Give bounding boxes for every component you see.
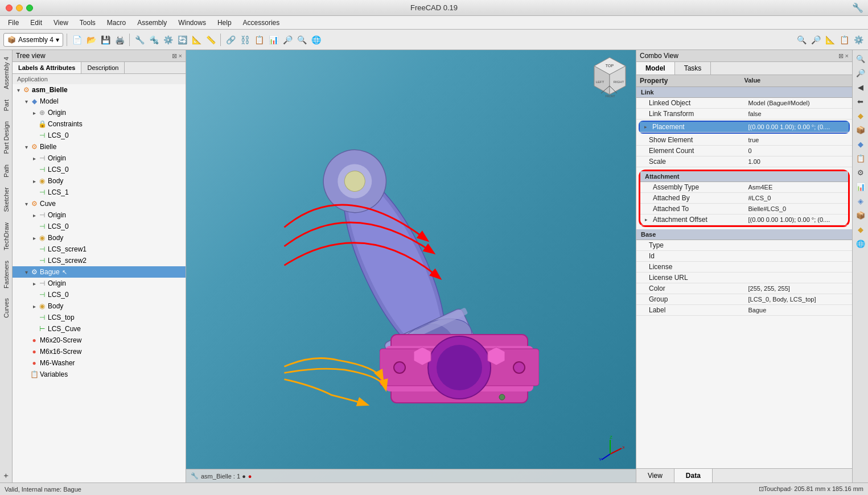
toolbar-icon-2[interactable]: 🔩 — [147, 34, 160, 46]
right-icon-12[interactable]: 📦 — [854, 209, 867, 221]
prop-row-element-count[interactable]: Element Count 0 — [636, 146, 852, 156]
tree-item-screw2[interactable]: ● M6x16-Screw — [13, 346, 186, 357]
right-icon-14[interactable]: 🌐 — [854, 237, 867, 250]
toolbar-icon-13[interactable]: 🌐 — [310, 34, 322, 46]
left-tab-assembly4[interactable]: Assembly 4 — [2, 52, 11, 94]
menu-windows[interactable]: Windows — [174, 18, 211, 28]
tree-item-cuve-body[interactable]: ▸ ◉ Body — [13, 232, 186, 244]
toolbar-icon-3[interactable]: ⚙️ — [162, 34, 174, 46]
tree-item-bielle[interactable]: ▾ ⚙ Bielle — [13, 141, 186, 152]
left-tab-sketcher[interactable]: Sketcher — [2, 183, 11, 216]
tree-item-bague-body[interactable]: ▸ ◉ Body — [13, 300, 186, 312]
toolbar-icon-5[interactable]: 📐 — [190, 34, 203, 46]
left-tab-curves[interactable]: Curves — [2, 294, 11, 323]
tree-item-constraints[interactable]: 🔒 Constraints — [13, 118, 186, 130]
tree-item-bielle-origin[interactable]: ▸ ⊣ Origin — [13, 152, 186, 164]
toolbar-right-5[interactable]: ⚙️ — [852, 34, 865, 46]
tree-item-screw1[interactable]: ● M6x20-Screw — [13, 335, 186, 346]
right-icon-1[interactable]: 🔍 — [854, 52, 867, 65]
workbench-dropdown[interactable]: 📦 Assembly 4 ▾ — [3, 33, 63, 47]
prop-row-attached-by[interactable]: Attached By #LCS_0 — [640, 193, 848, 204]
toolbar-right-4[interactable]: 📋 — [838, 34, 850, 46]
tree-item-washer[interactable]: ● M6-Washer — [13, 357, 186, 369]
tree-item-model[interactable]: ▾ ◆ Model — [13, 96, 186, 107]
prop-row-type[interactable]: Type — [636, 240, 852, 251]
menu-file[interactable]: File — [3, 18, 23, 28]
toolbar-icon-9[interactable]: 📋 — [253, 34, 265, 46]
toolbar-icon-12[interactable]: 🔍 — [295, 34, 308, 46]
right-icon-7[interactable]: ◆ — [854, 138, 867, 150]
prop-row-label[interactable]: Label Bague — [636, 305, 852, 316]
prop-group-base[interactable]: Base — [636, 229, 852, 240]
tree-tab-labels[interactable]: Labels & Attributes — [13, 62, 81, 73]
toolbar-icon-4[interactable]: 🔄 — [176, 34, 188, 46]
prop-row-attached-to[interactable]: Attached To Bielle#LCS_0 — [640, 204, 848, 214]
left-tab-fasteners[interactable]: Fasteners — [2, 256, 11, 293]
prop-row-linked-object[interactable]: Linked Object Model (Bague#Model) — [636, 98, 852, 109]
toolbar-icon-11[interactable]: 🔎 — [281, 34, 294, 46]
toolbar-icon-8[interactable]: ⛓️ — [238, 34, 251, 46]
tree-item-bague[interactable]: ▾ ⚙ Bague ↖ — [13, 266, 186, 278]
tree-item-cuve[interactable]: ▾ ⚙ Cuve — [13, 198, 186, 209]
toolbar-icon-7[interactable]: 🔗 — [224, 34, 237, 46]
tree-item-bielle-body[interactable]: ▸ ◉ Body — [13, 175, 186, 187]
tree-item-asm-bielle[interactable]: ▾ ⚙ asm_Bielle — [13, 84, 186, 96]
left-tab-part[interactable]: Part — [2, 95, 11, 116]
tree-item-origin[interactable]: ▸ ⊕ Origin — [13, 107, 186, 118]
prop-row-link-transform[interactable]: Link Transform false — [636, 109, 852, 119]
tree-item-bague-lcstop[interactable]: ⊣ LCS_top — [13, 312, 186, 323]
prop-row-license[interactable]: License — [636, 262, 852, 273]
toolbar-new[interactable]: 📄 — [71, 34, 83, 46]
prop-row-assembly-type[interactable]: Assembly Type Asm4EE — [640, 182, 848, 193]
toolbar-icon-10[interactable]: 📊 — [267, 34, 279, 46]
prop-row-id[interactable]: Id — [636, 251, 852, 262]
prop-group-link[interactable]: Link — [636, 87, 852, 98]
prop-row-group[interactable]: Group [LCS_0, Body, LCS_top] — [636, 294, 852, 305]
toolbar-save[interactable]: 💾 — [99, 34, 112, 46]
combo-tab-model[interactable]: Model — [636, 62, 675, 75]
toolbar-icon-6[interactable]: 📏 — [204, 34, 217, 46]
tree-item-bague-lcs0[interactable]: ⊣ LCS_0 — [13, 289, 186, 300]
traffic-lights[interactable] — [6, 5, 33, 11]
combo-tab-tasks[interactable]: Tasks — [675, 62, 711, 75]
prop-row-color[interactable]: Color [255, 255, 255] — [636, 283, 852, 294]
left-tab-path[interactable]: Path — [2, 160, 11, 182]
menu-macro[interactable]: Macro — [102, 18, 130, 28]
right-icon-5[interactable]: ◆ — [854, 109, 867, 122]
prop-row-show-element[interactable]: Show Element true — [636, 135, 852, 146]
close-button[interactable] — [6, 5, 13, 11]
combo-bottom-tab-view[interactable]: View — [636, 469, 674, 482]
menu-edit[interactable]: Edit — [26, 18, 47, 28]
prop-row-license-url[interactable]: License URL — [636, 273, 852, 283]
prop-row-placement[interactable]: ▸ Placement [(0.00 0.00 1.00); 0.00 °; (… — [640, 122, 849, 133]
left-tab-add[interactable]: + — [1, 469, 12, 482]
right-icon-3[interactable]: ◀ — [854, 81, 867, 93]
toolbar-right-1[interactable]: 🔍 — [795, 34, 808, 46]
right-icon-13[interactable]: ◆ — [854, 223, 867, 236]
right-icon-10[interactable]: 📊 — [854, 180, 867, 193]
toolbar-right-2[interactable]: 🔎 — [809, 34, 822, 46]
right-icon-9[interactable]: ⚙ — [854, 166, 867, 179]
tree-item-cuve-lcsscrew2[interactable]: ⊣ LCS_screw2 — [13, 255, 186, 266]
menu-help[interactable]: Help — [213, 18, 236, 28]
toolbar-icon-1[interactable]: 🔧 — [133, 34, 146, 46]
tree-item-cuve-lcsscrew1[interactable]: ⊣ LCS_screw1 — [13, 244, 186, 255]
menu-tools[interactable]: Tools — [75, 18, 100, 28]
right-icon-4[interactable]: ⬅ — [854, 95, 867, 108]
maximize-button[interactable] — [26, 5, 33, 11]
toolbar-open[interactable]: 📂 — [85, 34, 97, 46]
viewport[interactable]: TOP LEFT RIGHT FRONT X Z Y 🔧 asm_Bielle … — [186, 50, 636, 482]
menu-view[interactable]: View — [49, 18, 73, 28]
tree-item-cuve-lcs0[interactable]: ⊣ LCS_0 — [13, 221, 186, 232]
tree-item-variables[interactable]: 📋 Variables — [13, 369, 186, 380]
left-tab-partdesign[interactable]: Part Design — [2, 117, 11, 158]
tree-item-bague-lcscuve[interactable]: ⊢ LCS_Cuve — [13, 323, 186, 335]
combo-bottom-tab-data[interactable]: Data — [674, 469, 713, 482]
tree-item-bielle-lcs1[interactable]: ⊣ LCS_1 — [13, 187, 186, 198]
menu-assembly[interactable]: Assembly — [133, 18, 171, 28]
menu-accessories[interactable]: Accessories — [238, 18, 285, 28]
right-icon-6[interactable]: 📦 — [854, 123, 867, 136]
tree-item-bielle-lcs0[interactable]: ⊣ LCS_0 — [13, 164, 186, 175]
right-icon-8[interactable]: 📋 — [854, 152, 867, 164]
prop-group-attachment[interactable]: Attachment — [640, 171, 848, 182]
